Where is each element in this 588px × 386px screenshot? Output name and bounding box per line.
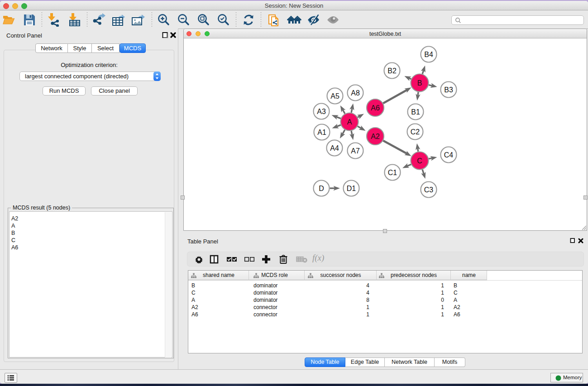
svg-text:A2: A2 [371, 133, 380, 140]
svg-text:C4: C4 [444, 151, 454, 159]
svg-text:A8: A8 [351, 89, 360, 97]
svg-text:A6: A6 [371, 104, 380, 112]
svg-text:A3: A3 [317, 108, 326, 115]
svg-text:C: C [417, 157, 422, 165]
svg-text:A4: A4 [330, 144, 339, 152]
svg-text:B: B [417, 79, 422, 87]
svg-text:A5: A5 [330, 92, 339, 100]
svg-text:D1: D1 [347, 185, 356, 192]
svg-text:C2: C2 [411, 128, 420, 136]
svg-text:B1: B1 [411, 108, 420, 116]
svg-text:C1: C1 [388, 169, 397, 176]
svg-text:D: D [319, 185, 324, 192]
svg-text:B2: B2 [387, 67, 397, 75]
svg-text:A: A [347, 118, 352, 126]
svg-text:A7: A7 [351, 147, 360, 155]
svg-text:C3: C3 [424, 186, 434, 194]
svg-text:B3: B3 [444, 86, 453, 94]
svg-text:B4: B4 [424, 51, 433, 58]
svg-text:A1: A1 [317, 129, 326, 136]
